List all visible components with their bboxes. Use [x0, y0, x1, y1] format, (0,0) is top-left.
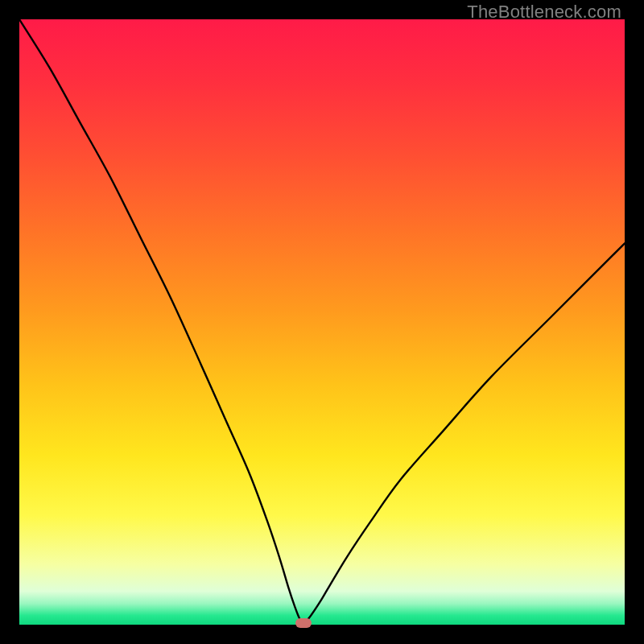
bottleneck-chart: [19, 19, 625, 625]
gradient-background: [19, 19, 625, 625]
optimal-point-marker: [295, 618, 312, 628]
chart-frame: [19, 19, 625, 625]
